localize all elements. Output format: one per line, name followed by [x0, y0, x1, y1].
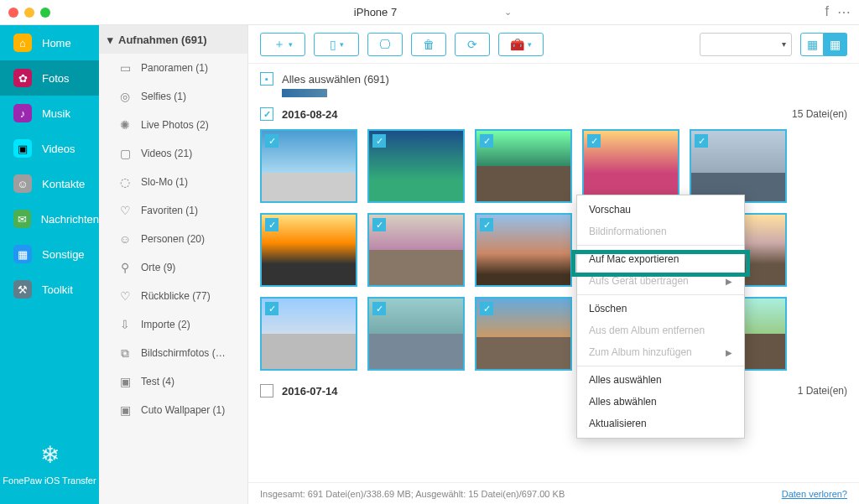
check-icon[interactable]: ✓ — [587, 134, 601, 148]
nav-photos[interactable]: ✿Fotos — [0, 60, 99, 96]
photo-thumbnail[interactable]: ✓ — [475, 297, 572, 371]
album-people[interactable]: ☺Personen (20) — [99, 225, 247, 253]
ctx-delete[interactable]: Löschen — [577, 298, 744, 320]
caret-down-icon: ▾ — [782, 39, 786, 49]
divider — [577, 366, 744, 366]
nav-label: Kontakte — [42, 178, 85, 190]
check-icon[interactable]: ✓ — [265, 218, 279, 231]
check-icon[interactable]: ✓ — [265, 302, 279, 315]
date-label: 2016-08-24 — [282, 108, 338, 121]
album-selfies[interactable]: ◎Selfies (1) — [99, 82, 247, 111]
livephoto-icon: ✺ — [117, 118, 133, 132]
ctx-select-all[interactable]: Alles auswählen — [577, 369, 744, 391]
close-icon[interactable] — [8, 8, 18, 18]
albums-header[interactable]: ▾Aufnahmen (691) — [99, 25, 247, 54]
ctx-export-mac[interactable]: Auf Mac exportieren — [577, 248, 744, 270]
date-group-header[interactable]: 2016-07-14 1 Datei(en) — [260, 379, 847, 403]
brand-logo-icon: ❄ — [0, 441, 99, 469]
device-selector[interactable]: iPhone 7 ⌄ — [347, 6, 512, 18]
content-scroll[interactable]: ▪ Alles auswählen (691) ✓ 2016-08-24 15 … — [248, 64, 859, 482]
minimize-icon[interactable] — [24, 8, 34, 18]
refresh-icon: ⟳ — [467, 38, 477, 51]
photo-thumbnail[interactable]: ✓ — [582, 129, 679, 203]
date-group-header[interactable]: ✓ 2016-08-24 15 Datei(en) — [260, 102, 847, 126]
nav-home[interactable]: ⌂Home — [0, 25, 99, 60]
album-imports[interactable]: ⇩Importe (2) — [99, 310, 247, 339]
album-screenshots[interactable]: ⧉Bildschirmfotos (… — [99, 339, 247, 367]
export-device-button[interactable]: ▯▾ — [314, 33, 359, 56]
check-icon[interactable]: ✓ — [480, 134, 493, 148]
people-icon: ☺ — [117, 232, 133, 246]
caret-down-icon: ▾ — [289, 40, 293, 49]
check-icon[interactable]: ✓ — [372, 134, 386, 148]
apps-icon: ▦ — [13, 245, 32, 263]
album-memories[interactable]: ♡Rückblicke (77) — [99, 282, 247, 310]
slomo-icon: ◌ — [117, 175, 133, 189]
ctx-refresh[interactable]: Aktualisieren — [577, 413, 744, 434]
photo-thumbnail[interactable]: ✓ — [260, 213, 357, 287]
check-icon[interactable]: ✓ — [480, 218, 493, 231]
photo-thumbnail[interactable]: ✓ — [367, 129, 465, 203]
select-all-label: Alles auswählen (691) — [282, 73, 389, 86]
album-label: Test (4) — [141, 376, 174, 387]
check-icon[interactable]: ✓ — [372, 218, 386, 231]
check-icon[interactable]: ✓ — [695, 134, 708, 148]
check-icon[interactable]: ✓ — [372, 302, 386, 315]
album-test[interactable]: ▣Test (4) — [99, 367, 247, 396]
maximize-icon[interactable] — [40, 8, 50, 18]
view-small-button[interactable]: ▦ — [824, 33, 847, 56]
album-label: Slo-Mo (1) — [141, 176, 188, 188]
album-favorites[interactable]: ♡Favoriten (1) — [99, 196, 247, 225]
checkbox-icon[interactable]: ▪ — [260, 72, 273, 86]
export-computer-button[interactable]: 🖵 — [367, 33, 403, 56]
add-button[interactable]: ＋▾ — [260, 33, 305, 56]
album-livephotos[interactable]: ✺Live Photos (2) — [99, 111, 247, 139]
check-icon[interactable]: ✓ — [265, 134, 279, 148]
photo-thumbnail[interactable]: ✓ — [475, 213, 572, 287]
select-all-row[interactable]: ▪ Alles auswählen (691) — [260, 67, 847, 89]
refresh-button[interactable]: ⟳ — [455, 33, 490, 56]
delete-button[interactable]: 🗑 — [411, 33, 446, 56]
albums-header-label: Aufnahmen (691) — [118, 34, 206, 46]
sort-select[interactable]: ▾ — [700, 33, 792, 56]
checkbox-icon[interactable] — [260, 384, 273, 397]
photo-thumbnail[interactable]: ✓ — [367, 213, 465, 287]
file-count: 1 Datei(en) — [798, 385, 847, 397]
plus-icon: ＋ — [273, 37, 285, 52]
nav-messages[interactable]: ✉Nachrichten — [0, 201, 99, 236]
album-label: Rückblicke (77) — [141, 290, 211, 302]
album-videos[interactable]: ▢Videos (21) — [99, 139, 247, 168]
feedback-icon[interactable]: ⋯ — [837, 4, 851, 20]
nav-contacts[interactable]: ☺Kontakte — [0, 166, 99, 201]
checkbox-icon[interactable]: ✓ — [260, 107, 273, 121]
album-cuto[interactable]: ▣Cuto Wallpaper (1) — [99, 396, 247, 424]
sidebar-primary: ⌂Home ✿Fotos ♪Musik ▣Videos ☺Kontakte ✉N… — [0, 25, 99, 504]
album-panoramas[interactable]: ▭Panoramen (1) — [99, 54, 247, 82]
status-bar: Insgesamt: 691 Datei(en)/338.69 MB; Ausg… — [248, 482, 859, 504]
ctx-transfer: Aufs Gerät übertragen▶ — [577, 270, 744, 292]
photo-thumbnail[interactable]: ✓ — [260, 297, 357, 371]
nav-music[interactable]: ♪Musik — [0, 96, 99, 131]
album-places[interactable]: ⚲Orte (9) — [99, 253, 247, 282]
check-icon[interactable]: ✓ — [480, 302, 493, 315]
toolbox-button[interactable]: 🧰▾ — [498, 33, 544, 56]
album-label: Orte (9) — [141, 262, 175, 273]
submenu-arrow-icon: ▶ — [726, 348, 732, 357]
ctx-deselect-all[interactable]: Alles abwählen — [577, 391, 744, 413]
ctx-preview[interactable]: Vorschau — [577, 199, 744, 221]
nav-videos[interactable]: ▣Videos — [0, 131, 99, 166]
nav-other[interactable]: ▦Sonstige — [0, 236, 99, 272]
photo-thumbnail[interactable]: ✓ — [367, 297, 465, 371]
nav-label: Sonstige — [42, 248, 85, 261]
group-thumb-strip — [282, 89, 327, 97]
album-slomo[interactable]: ◌Slo-Mo (1) — [99, 168, 247, 196]
photo-thumbnail[interactable]: ✓ — [475, 129, 572, 203]
toolbox-icon: 🧰 — [510, 38, 524, 51]
heart-icon: ♡ — [117, 204, 133, 217]
photo-thumbnail[interactable]: ✓ — [260, 129, 357, 203]
facebook-icon[interactable]: f — [825, 4, 829, 20]
photo-thumbnail[interactable]: ✓ — [690, 129, 787, 203]
nav-toolkit[interactable]: ⚒Toolkit — [0, 272, 99, 307]
view-large-button[interactable]: ▦ — [800, 33, 824, 56]
data-lost-link[interactable]: Daten verloren? — [782, 489, 847, 499]
